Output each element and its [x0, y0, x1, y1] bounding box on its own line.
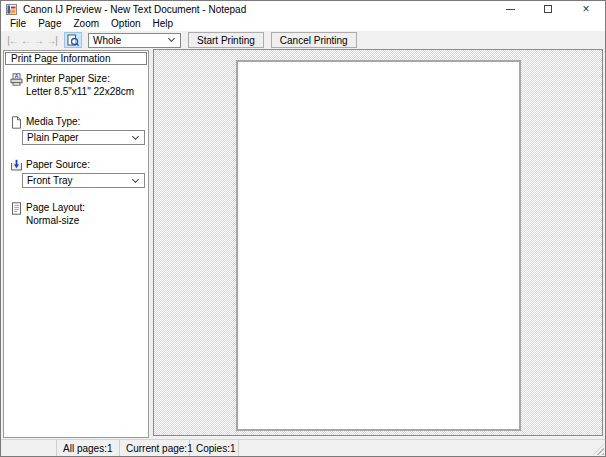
page-nav-group: |← ← → →| [6, 33, 58, 48]
zoom-mode-value: Whole [93, 35, 121, 46]
chevron-down-icon [132, 132, 139, 139]
window-title: Canon IJ Preview - New Text Document - N… [23, 4, 246, 15]
next-page-icon[interactable]: → [32, 33, 45, 48]
preview-page[interactable] [236, 60, 521, 431]
first-page-icon[interactable]: |← [6, 33, 19, 48]
menu-page[interactable]: Page [32, 17, 67, 31]
paper-source-label: Paper Source: [26, 159, 145, 170]
app-icon [6, 4, 17, 15]
statusbar: All pages: 1 Current page: 1 Copies: 1 [1, 439, 605, 456]
all-pages-value: 1 [107, 443, 113, 454]
status-all-pages: All pages: 1 [57, 440, 120, 456]
media-type-item: Media Type: Plain Paper [4, 116, 145, 145]
blank-page-icon [10, 116, 23, 129]
menu-help[interactable]: Help [147, 17, 180, 31]
media-type-select[interactable]: Plain Paper [22, 130, 145, 145]
magnifier-toggle-button[interactable] [64, 32, 82, 48]
status-spacer [1, 440, 57, 456]
toolbar: |← ← → →| Whole Start Printing Cancel Pr… [1, 31, 605, 49]
paper-source-item: Paper Source: Front Tray [4, 159, 145, 188]
printer-paper-size-label: Printer Paper Size: [26, 73, 145, 84]
prev-page-icon[interactable]: ← [19, 33, 32, 48]
magnifier-page-icon [67, 34, 79, 47]
document-layout-icon [10, 202, 23, 215]
close-button[interactable]: × [567, 1, 605, 17]
titlebar: Canon IJ Preview - New Text Document - N… [1, 1, 605, 17]
chevron-down-icon [168, 35, 175, 42]
menu-zoom[interactable]: Zoom [67, 17, 105, 31]
close-icon: × [582, 4, 589, 14]
status-copies: Copies: 1 [190, 440, 239, 456]
page-layout-label: Page Layout: [26, 202, 145, 213]
panel-header: Print Page Information [5, 52, 147, 65]
printer-paper-size-value: Letter 8.5"x11" 22x28cm [26, 86, 145, 97]
cancel-printing-button[interactable]: Cancel Printing [271, 32, 357, 48]
print-page-information-panel: Print Page Information A Printer Paper S… [3, 50, 149, 438]
printer-icon: A [10, 73, 23, 86]
start-printing-button[interactable]: Start Printing [188, 32, 264, 48]
menu-file[interactable]: File [4, 17, 32, 31]
paper-tray-arrow-icon [10, 159, 23, 172]
canon-ij-preview-window: Canon IJ Preview - New Text Document - N… [0, 0, 606, 457]
printer-paper-size-item: A Printer Paper Size: Letter 8.5"x11" 22… [4, 73, 145, 97]
current-page-label: Current page: [126, 443, 187, 454]
media-type-value: Plain Paper [27, 132, 79, 143]
menu-option[interactable]: Option [105, 17, 146, 31]
maximize-button[interactable] [529, 1, 567, 17]
preview-canvas [153, 49, 603, 436]
last-page-icon[interactable]: →| [45, 33, 58, 48]
paper-source-select[interactable]: Front Tray [22, 173, 145, 188]
all-pages-label: All pages: [63, 443, 107, 454]
media-type-label: Media Type: [26, 116, 145, 127]
status-fill [239, 440, 605, 456]
chevron-down-icon [132, 175, 139, 182]
page-layout-item: Page Layout: Normal-size [4, 202, 145, 226]
content-area: Print Page Information A Printer Paper S… [1, 49, 605, 439]
svg-text:A: A [15, 73, 19, 79]
copies-label: Copies: [196, 443, 230, 454]
minimize-icon [506, 9, 515, 10]
minimize-button[interactable] [491, 1, 529, 17]
menubar: File Page Zoom Option Help [1, 17, 605, 31]
paper-source-value: Front Tray [27, 175, 73, 186]
resize-grip-icon[interactable] [593, 444, 604, 455]
caption-buttons: × [491, 1, 605, 17]
status-current-page: Current page: 1 [120, 440, 190, 456]
copies-value: 1 [230, 443, 236, 454]
page-layout-value: Normal-size [26, 215, 145, 226]
maximize-icon [544, 5, 552, 13]
zoom-mode-select[interactable]: Whole [88, 33, 181, 48]
